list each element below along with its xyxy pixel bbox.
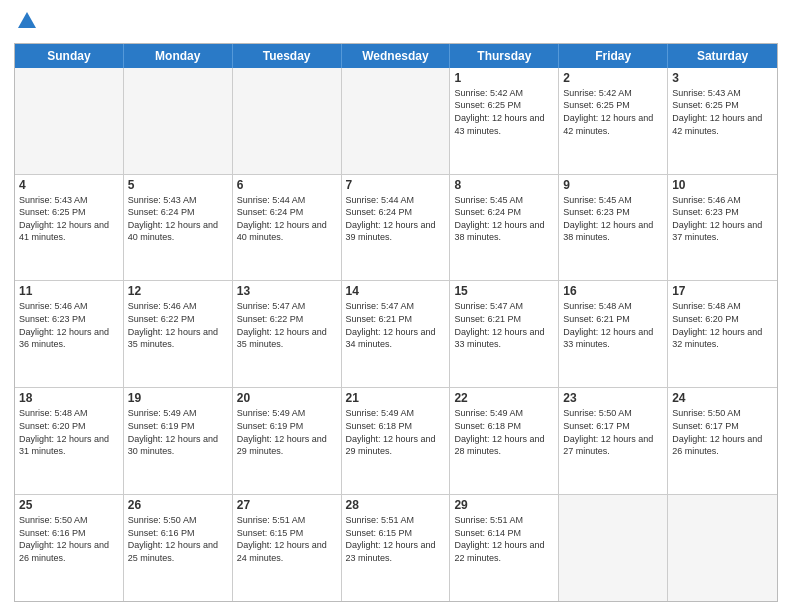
logo-icon: [16, 10, 38, 32]
day-number: 17: [672, 284, 773, 298]
day-cell-8: 8Sunrise: 5:45 AMSunset: 6:24 PMDaylight…: [450, 175, 559, 281]
day-cell-17: 17Sunrise: 5:48 AMSunset: 6:20 PMDayligh…: [668, 281, 777, 387]
day-number: 25: [19, 498, 119, 512]
day-cell-6: 6Sunrise: 5:44 AMSunset: 6:24 PMDaylight…: [233, 175, 342, 281]
day-info: Sunrise: 5:51 AMSunset: 6:15 PMDaylight:…: [346, 514, 446, 564]
day-info: Sunrise: 5:46 AMSunset: 6:22 PMDaylight:…: [128, 300, 228, 350]
day-number: 1: [454, 71, 554, 85]
day-info: Sunrise: 5:44 AMSunset: 6:24 PMDaylight:…: [237, 194, 337, 244]
empty-cell: [559, 495, 668, 601]
day-number: 9: [563, 178, 663, 192]
day-cell-7: 7Sunrise: 5:44 AMSunset: 6:24 PMDaylight…: [342, 175, 451, 281]
day-header-saturday: Saturday: [668, 44, 777, 68]
day-number: 24: [672, 391, 773, 405]
day-number: 6: [237, 178, 337, 192]
day-header-wednesday: Wednesday: [342, 44, 451, 68]
day-info: Sunrise: 5:50 AMSunset: 6:16 PMDaylight:…: [19, 514, 119, 564]
day-info: Sunrise: 5:50 AMSunset: 6:17 PMDaylight:…: [563, 407, 663, 457]
day-cell-19: 19Sunrise: 5:49 AMSunset: 6:19 PMDayligh…: [124, 388, 233, 494]
day-cell-5: 5Sunrise: 5:43 AMSunset: 6:24 PMDaylight…: [124, 175, 233, 281]
calendar-page: SundayMondayTuesdayWednesdayThursdayFrid…: [0, 0, 792, 612]
day-info: Sunrise: 5:51 AMSunset: 6:15 PMDaylight:…: [237, 514, 337, 564]
day-header-friday: Friday: [559, 44, 668, 68]
day-number: 11: [19, 284, 119, 298]
day-info: Sunrise: 5:43 AMSunset: 6:24 PMDaylight:…: [128, 194, 228, 244]
calendar-week-3: 18Sunrise: 5:48 AMSunset: 6:20 PMDayligh…: [15, 388, 777, 495]
day-info: Sunrise: 5:48 AMSunset: 6:20 PMDaylight:…: [19, 407, 119, 457]
day-cell-12: 12Sunrise: 5:46 AMSunset: 6:22 PMDayligh…: [124, 281, 233, 387]
day-info: Sunrise: 5:46 AMSunset: 6:23 PMDaylight:…: [672, 194, 773, 244]
day-info: Sunrise: 5:48 AMSunset: 6:20 PMDaylight:…: [672, 300, 773, 350]
day-cell-24: 24Sunrise: 5:50 AMSunset: 6:17 PMDayligh…: [668, 388, 777, 494]
day-number: 12: [128, 284, 228, 298]
day-header-thursday: Thursday: [450, 44, 559, 68]
day-number: 5: [128, 178, 228, 192]
day-number: 2: [563, 71, 663, 85]
calendar-header: SundayMondayTuesdayWednesdayThursdayFrid…: [15, 44, 777, 68]
calendar-week-0: 1Sunrise: 5:42 AMSunset: 6:25 PMDaylight…: [15, 68, 777, 175]
logo: [14, 10, 38, 37]
day-info: Sunrise: 5:49 AMSunset: 6:18 PMDaylight:…: [346, 407, 446, 457]
calendar-week-4: 25Sunrise: 5:50 AMSunset: 6:16 PMDayligh…: [15, 495, 777, 601]
empty-cell: [124, 68, 233, 174]
day-number: 3: [672, 71, 773, 85]
page-header: [14, 10, 778, 37]
day-header-monday: Monday: [124, 44, 233, 68]
day-number: 4: [19, 178, 119, 192]
day-info: Sunrise: 5:42 AMSunset: 6:25 PMDaylight:…: [563, 87, 663, 137]
day-cell-4: 4Sunrise: 5:43 AMSunset: 6:25 PMDaylight…: [15, 175, 124, 281]
day-info: Sunrise: 5:43 AMSunset: 6:25 PMDaylight:…: [19, 194, 119, 244]
day-cell-26: 26Sunrise: 5:50 AMSunset: 6:16 PMDayligh…: [124, 495, 233, 601]
day-info: Sunrise: 5:51 AMSunset: 6:14 PMDaylight:…: [454, 514, 554, 564]
day-number: 16: [563, 284, 663, 298]
day-cell-2: 2Sunrise: 5:42 AMSunset: 6:25 PMDaylight…: [559, 68, 668, 174]
calendar-week-1: 4Sunrise: 5:43 AMSunset: 6:25 PMDaylight…: [15, 175, 777, 282]
day-number: 23: [563, 391, 663, 405]
day-info: Sunrise: 5:42 AMSunset: 6:25 PMDaylight:…: [454, 87, 554, 137]
calendar-body: 1Sunrise: 5:42 AMSunset: 6:25 PMDaylight…: [15, 68, 777, 601]
day-header-sunday: Sunday: [15, 44, 124, 68]
day-cell-13: 13Sunrise: 5:47 AMSunset: 6:22 PMDayligh…: [233, 281, 342, 387]
day-cell-20: 20Sunrise: 5:49 AMSunset: 6:19 PMDayligh…: [233, 388, 342, 494]
day-cell-16: 16Sunrise: 5:48 AMSunset: 6:21 PMDayligh…: [559, 281, 668, 387]
day-number: 21: [346, 391, 446, 405]
day-cell-23: 23Sunrise: 5:50 AMSunset: 6:17 PMDayligh…: [559, 388, 668, 494]
day-number: 15: [454, 284, 554, 298]
day-info: Sunrise: 5:49 AMSunset: 6:18 PMDaylight:…: [454, 407, 554, 457]
day-cell-18: 18Sunrise: 5:48 AMSunset: 6:20 PMDayligh…: [15, 388, 124, 494]
day-number: 10: [672, 178, 773, 192]
day-number: 8: [454, 178, 554, 192]
day-info: Sunrise: 5:43 AMSunset: 6:25 PMDaylight:…: [672, 87, 773, 137]
day-info: Sunrise: 5:49 AMSunset: 6:19 PMDaylight:…: [237, 407, 337, 457]
day-number: 14: [346, 284, 446, 298]
day-cell-22: 22Sunrise: 5:49 AMSunset: 6:18 PMDayligh…: [450, 388, 559, 494]
day-info: Sunrise: 5:46 AMSunset: 6:23 PMDaylight:…: [19, 300, 119, 350]
day-number: 29: [454, 498, 554, 512]
day-cell-3: 3Sunrise: 5:43 AMSunset: 6:25 PMDaylight…: [668, 68, 777, 174]
day-number: 20: [237, 391, 337, 405]
day-number: 22: [454, 391, 554, 405]
day-info: Sunrise: 5:50 AMSunset: 6:17 PMDaylight:…: [672, 407, 773, 457]
empty-cell: [342, 68, 451, 174]
day-info: Sunrise: 5:45 AMSunset: 6:23 PMDaylight:…: [563, 194, 663, 244]
day-info: Sunrise: 5:47 AMSunset: 6:21 PMDaylight:…: [346, 300, 446, 350]
empty-cell: [15, 68, 124, 174]
svg-marker-0: [18, 12, 36, 28]
calendar-week-2: 11Sunrise: 5:46 AMSunset: 6:23 PMDayligh…: [15, 281, 777, 388]
day-cell-27: 27Sunrise: 5:51 AMSunset: 6:15 PMDayligh…: [233, 495, 342, 601]
day-cell-11: 11Sunrise: 5:46 AMSunset: 6:23 PMDayligh…: [15, 281, 124, 387]
day-number: 27: [237, 498, 337, 512]
day-number: 28: [346, 498, 446, 512]
day-cell-10: 10Sunrise: 5:46 AMSunset: 6:23 PMDayligh…: [668, 175, 777, 281]
day-cell-14: 14Sunrise: 5:47 AMSunset: 6:21 PMDayligh…: [342, 281, 451, 387]
calendar: SundayMondayTuesdayWednesdayThursdayFrid…: [14, 43, 778, 602]
day-number: 13: [237, 284, 337, 298]
day-number: 19: [128, 391, 228, 405]
day-cell-29: 29Sunrise: 5:51 AMSunset: 6:14 PMDayligh…: [450, 495, 559, 601]
logo-text: [14, 10, 38, 37]
day-info: Sunrise: 5:47 AMSunset: 6:22 PMDaylight:…: [237, 300, 337, 350]
day-cell-21: 21Sunrise: 5:49 AMSunset: 6:18 PMDayligh…: [342, 388, 451, 494]
day-info: Sunrise: 5:47 AMSunset: 6:21 PMDaylight:…: [454, 300, 554, 350]
day-cell-28: 28Sunrise: 5:51 AMSunset: 6:15 PMDayligh…: [342, 495, 451, 601]
day-number: 7: [346, 178, 446, 192]
